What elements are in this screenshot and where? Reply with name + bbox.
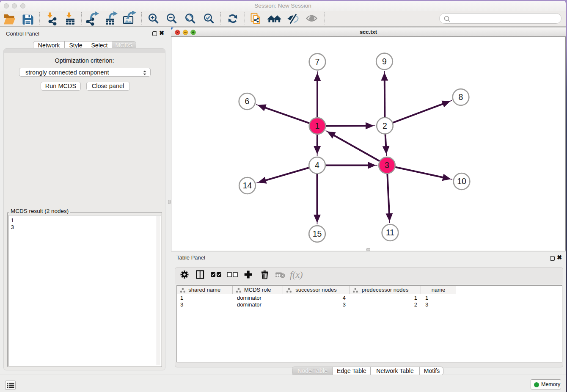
svg-text:3: 3 — [385, 160, 389, 170]
svg-text:11: 11 — [386, 228, 394, 237]
svg-text:9: 9 — [382, 57, 387, 66]
svg-text:15: 15 — [313, 229, 322, 238]
svg-text:14: 14 — [243, 181, 252, 190]
svg-text:8: 8 — [459, 92, 463, 102]
svg-text:2: 2 — [383, 121, 387, 130]
svg-text:f(x): f(x) — [290, 269, 303, 280]
svg-text:4: 4 — [315, 160, 319, 170]
svg-text:1: 1 — [315, 121, 320, 130]
svg-text:6: 6 — [245, 97, 250, 106]
svg-text:10: 10 — [457, 177, 466, 186]
svg-text:7: 7 — [315, 57, 320, 66]
